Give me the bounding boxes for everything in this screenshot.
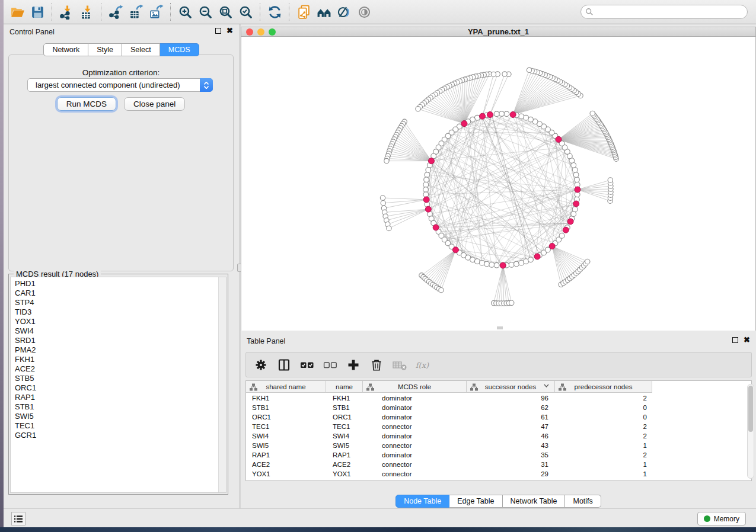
column-header-successor-nodes[interactable]: successor nodes (467, 381, 555, 393)
table-scrollbar-thumb[interactable] (748, 386, 753, 432)
table-cell[interactable]: ORC1 (326, 412, 363, 422)
table-row[interactable]: SWI5SWI5connector431 (246, 441, 652, 450)
table-cell[interactable]: connector (363, 460, 467, 469)
table-row[interactable]: RAP1RAP1dominator352 (246, 450, 652, 460)
search-network-icon[interactable] (314, 2, 334, 21)
mcds-result-item[interactable]: STP4 (11, 298, 226, 307)
mcds-result-item[interactable]: FKH1 (11, 355, 226, 364)
mcds-result-item[interactable]: RAP1 (11, 393, 226, 402)
table-cell[interactable]: connector (363, 422, 467, 431)
table-cell[interactable]: YOX1 (246, 469, 326, 479)
table-cell[interactable]: 29 (467, 469, 555, 479)
search-input[interactable] (580, 5, 748, 19)
table-row[interactable]: PHD1PHD1dominator180 (246, 479, 652, 481)
table-cell[interactable]: 35 (467, 450, 555, 460)
run-mcds-button[interactable]: Run MCDS (57, 97, 116, 111)
column-header-name[interactable]: name (326, 381, 363, 393)
tab-mcds[interactable]: MCDS (160, 43, 199, 56)
show-column-panel-icon[interactable] (276, 357, 292, 373)
tab-edge-table[interactable]: Edge Table (449, 495, 502, 508)
open-file-icon[interactable] (7, 2, 27, 21)
table-cell[interactable]: SWI5 (326, 441, 363, 450)
table-row[interactable]: FKH1FKH1dominator962 (246, 393, 652, 403)
select-all-checkboxes-icon[interactable] (299, 357, 315, 373)
network-titlebar[interactable]: YPA_prune.txt_1 (241, 27, 756, 37)
network-hscroll-thumb[interactable] (497, 326, 503, 329)
tab-select[interactable]: Select (122, 43, 160, 56)
zoom-out-icon[interactable] (195, 2, 215, 21)
tab-style[interactable]: Style (88, 43, 122, 56)
column-header-MCDS-role[interactable]: MCDS role (363, 381, 467, 393)
zoom-selected-icon[interactable] (235, 2, 256, 21)
mcds-result-item[interactable]: SWI4 (11, 326, 226, 336)
close-panel-button[interactable]: Close panel (124, 97, 185, 111)
table-row[interactable]: ORC1ORC1dominator610 (246, 412, 652, 422)
table-cell[interactable]: dominator (363, 393, 467, 403)
delete-table-icon[interactable] (392, 357, 407, 373)
table-cell[interactable]: ORC1 (246, 412, 326, 422)
mcds-result-item[interactable]: STB5 (11, 374, 226, 383)
mcds-result-item[interactable]: ACE2 (11, 364, 226, 374)
mcds-result-item[interactable]: PMA2 (11, 345, 226, 355)
function-builder-icon[interactable]: f(x) (415, 357, 430, 373)
close-panel-icon[interactable]: ✖ (744, 337, 750, 343)
table-cell[interactable]: ACE2 (246, 460, 326, 469)
table-cell[interactable]: 1 (555, 441, 652, 450)
table-cell[interactable]: PHD1 (246, 479, 326, 481)
table-cell[interactable]: dominator (363, 431, 467, 441)
column-header-shared-name[interactable]: shared name (246, 381, 326, 393)
deselect-all-checkboxes-icon[interactable] (323, 357, 338, 373)
show-graphics-details-icon[interactable] (354, 2, 374, 21)
table-cell[interactable]: 47 (467, 422, 555, 431)
table-cell[interactable]: SWI4 (326, 431, 363, 441)
mcds-result-item[interactable]: YOX1 (11, 317, 226, 326)
tab-network[interactable]: Network (43, 43, 88, 56)
table-cell[interactable]: SWI5 (246, 441, 326, 450)
memory-button[interactable]: Memory (697, 512, 746, 525)
table-row[interactable]: TEC1TEC1connector472 (246, 422, 652, 431)
zoom-fit-icon[interactable] (215, 2, 235, 21)
column-header-predecessor-nodes[interactable]: predecessor nodes (555, 381, 652, 393)
table-cell[interactable]: PHD1 (326, 479, 363, 481)
table-cell[interactable]: 2 (555, 393, 652, 403)
table-cell[interactable]: YOX1 (326, 469, 363, 479)
table-cell[interactable]: TEC1 (246, 422, 326, 431)
table-cell[interactable]: 0 (555, 479, 652, 481)
mcds-result-item[interactable]: SWI5 (11, 412, 226, 421)
export-table-icon[interactable] (126, 2, 146, 21)
table-cell[interactable]: RAP1 (246, 450, 326, 460)
export-network-icon[interactable] (106, 2, 126, 21)
zoom-in-icon[interactable] (175, 2, 195, 21)
table-cell[interactable]: 2 (555, 450, 652, 460)
table-cell[interactable]: 2 (555, 422, 652, 431)
table-cell[interactable]: RAP1 (326, 450, 363, 460)
table-cell[interactable]: connector (363, 441, 467, 450)
table-cell[interactable]: connector (363, 469, 467, 479)
mcds-result-item[interactable]: TEC1 (11, 421, 226, 431)
table-cell[interactable]: 31 (467, 460, 555, 469)
table-cell[interactable]: 1 (555, 469, 652, 479)
table-cell[interactable]: 96 (467, 393, 555, 403)
float-panel-icon[interactable] (215, 28, 221, 34)
mcds-result-item[interactable]: ORC1 (11, 383, 226, 393)
mcds-result-list[interactable]: PHD1CAR1STP4TID3YOX1SWI4SRD1PMA2FKH1ACE2… (10, 277, 227, 493)
table-cell[interactable]: SWI4 (246, 431, 326, 441)
table-cell[interactable]: 62 (467, 403, 555, 412)
mcds-result-item[interactable]: STB1 (11, 402, 226, 412)
table-row[interactable]: YOX1YOX1connector291 (246, 469, 652, 479)
import-network-icon[interactable] (56, 2, 76, 21)
mcds-list-scrollbar[interactable] (218, 277, 226, 492)
add-column-icon[interactable] (346, 357, 361, 373)
mcds-result-item[interactable]: SRD1 (11, 336, 226, 345)
save-session-icon[interactable] (27, 2, 47, 21)
table-cell[interactable]: dominator (363, 450, 467, 460)
table-cell[interactable]: 43 (467, 441, 555, 450)
table-cell[interactable]: 18 (467, 479, 555, 481)
table-cell[interactable]: 1 (555, 460, 652, 469)
hide-graphics-details-icon[interactable] (334, 2, 354, 21)
share-document-icon[interactable] (294, 2, 314, 21)
table-cell[interactable]: FKH1 (326, 393, 363, 403)
table-row[interactable]: SWI4SWI4dominator462 (246, 431, 652, 441)
show-panels-list-icon[interactable] (11, 512, 25, 525)
column-settings-icon[interactable] (253, 357, 269, 373)
